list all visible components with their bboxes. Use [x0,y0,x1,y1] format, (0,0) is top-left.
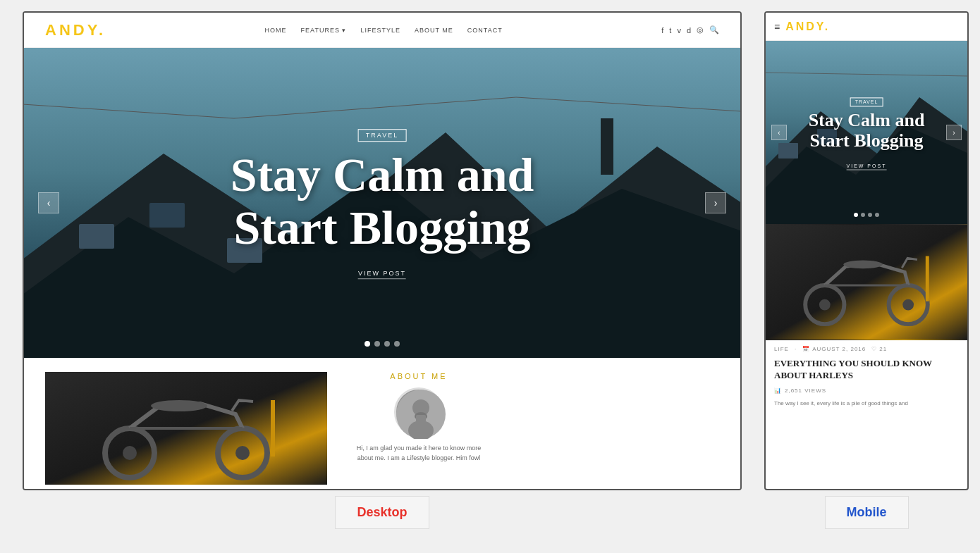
mobile-post-date: 📅 AUGUST 2, 2016 [802,346,866,352]
facebook-icon[interactable]: f [661,26,663,35]
hero-title-line2: Start Blogging [231,201,534,254]
mobile-dot-2[interactable] [861,213,865,217]
svg-rect-3 [79,224,114,249]
svg-point-33 [843,260,882,268]
twitter-icon[interactable]: t [669,26,671,35]
slider-dot-4[interactable] [394,341,400,347]
slider-dot-2[interactable] [374,341,380,347]
calendar-icon: 📅 [802,346,810,352]
desktop-navbar: ANDY. HOME FEATURES ▾ LIFESTYLE ABOUT ME… [24,13,740,48]
mobile-view-post-link[interactable]: VIEW POST [847,164,887,170]
svg-rect-21 [416,415,426,422]
slider-prev-button[interactable]: ‹ [38,192,59,213]
mobile-motorcycle-image [766,224,967,340]
mobile-slider-dots [854,213,879,217]
desktop-preview-wrapper: ANDY. HOME FEATURES ▾ LIFESTYLE ABOUT ME… [11,11,753,529]
mobile-post-views: 📊 2,651 VIEWS [766,385,967,397]
mobile-post-meta: LIFE · 📅 AUGUST 2, 2016 ♡ 21 [766,340,967,355]
search-icon[interactable]: 🔍 [709,25,719,35]
desktop-nav-links: HOME FEATURES ▾ LIFESTYLE ABOUT ME CONTA… [265,27,503,34]
slider-dot-1[interactable] [365,341,370,347]
svg-point-13 [123,446,137,460]
desktop-hero: TRAVEL Stay Calm and Start Blogging VIEW… [24,48,740,358]
mobile-frame: ≡ ANDY. [764,11,969,490]
about-me-title: ABOUT ME [390,372,447,380]
hero-content: TRAVEL Stay Calm and Start Blogging VIEW… [231,128,534,278]
chart-icon: 📊 [774,387,782,394]
mobile-post-likes: ♡ 21 [871,346,887,352]
mobile-post-title: EVERYTHING YOU SHOULD KNOW ABOUT HARLEYS [766,355,967,385]
mobile-slider-next-button[interactable]: › [946,125,962,140]
mobile-hero-title-line2: Start Blogging [786,131,948,151]
svg-point-32 [902,299,914,311]
desktop-about-section: ABOUT ME Hi, I am glad you made it here … [348,372,489,485]
mobile-hero-content: TRAVEL Stay Calm and Start Blogging VIEW… [786,94,948,170]
svg-point-31 [819,299,831,311]
mobile-post-excerpt: The way I see it, every life is a pile o… [766,397,967,411]
mobile-hero: TRAVEL Stay Calm and Start Blogging VIEW… [766,41,967,224]
svg-point-15 [151,400,207,411]
svg-rect-6 [601,118,613,175]
hero-view-post-link[interactable]: VIEW POST [358,270,406,279]
desktop-nav-icons: f t v d ◎ 🔍 [661,25,719,35]
desktop-motorcycle-image [45,372,327,485]
desktop-lower: ABOUT ME Hi, I am glad you made it here … [24,358,740,490]
about-avatar [394,387,443,437]
svg-rect-16 [271,400,275,456]
logo-dot: . [99,21,106,39]
mobile-dot-4[interactable] [875,213,879,217]
mobile-hero-title-line1: Stay Calm and [786,111,948,131]
logo-text: ANDY [45,21,99,39]
mobile-slider-prev-button[interactable]: ‹ [771,125,787,140]
mobile-post-category: LIFE [774,346,789,352]
svg-rect-4 [149,203,185,228]
svg-point-14 [235,446,250,460]
nav-contact[interactable]: CONTACT [467,27,503,34]
mobile-hero-title: Stay Calm and Start Blogging [786,111,948,151]
heart-icon: ♡ [871,346,877,352]
mobile-logo-dot: . [825,20,830,32]
nav-features[interactable]: FEATURES ▾ [301,27,347,34]
svg-rect-28 [766,225,967,340]
nav-lifestyle[interactable]: LIFESTYLE [360,27,400,34]
instagram-icon[interactable]: ◎ [697,25,704,35]
svg-rect-34 [926,256,929,302]
slider-next-button[interactable]: › [705,192,726,213]
mobile-logo: ANDY. [785,20,830,33]
mobile-hero-category: TRAVEL [850,97,883,106]
mobile-hamburger-icon[interactable]: ≡ [774,21,780,32]
mobile-preview-wrapper: ≡ ANDY. [764,11,969,529]
desktop-label-button[interactable]: Desktop [335,496,429,529]
mobile-dot-1[interactable] [854,213,858,217]
meta-separator: · [795,346,797,352]
mobile-post-card: LIFE · 📅 AUGUST 2, 2016 ♡ 21 EVERYTHING … [766,224,967,418]
hero-title-line1: Stay Calm and [231,149,534,201]
hero-category-badge: TRAVEL [358,129,406,142]
main-container: ANDY. HOME FEATURES ▾ LIFESTYLE ABOUT ME… [0,0,980,553]
mobile-navbar: ≡ ANDY. [766,13,967,41]
nav-home[interactable]: HOME [265,27,287,34]
nav-about[interactable]: ABOUT ME [415,27,453,34]
about-text: Hi, I am glad you made it here to know m… [348,444,489,463]
slider-dots [365,341,400,347]
mobile-dot-3[interactable] [868,213,872,217]
dribbble-icon[interactable]: d [687,26,691,35]
mobile-logo-text: ANDY [785,20,825,32]
hero-title: Stay Calm and Start Blogging [231,149,534,254]
vimeo-icon[interactable]: v [677,26,681,35]
mobile-label-button[interactable]: Mobile [825,496,909,529]
desktop-frame: ANDY. HOME FEATURES ▾ LIFESTYLE ABOUT ME… [23,11,742,490]
desktop-logo: ANDY. [45,21,106,39]
slider-dot-3[interactable] [384,341,390,347]
